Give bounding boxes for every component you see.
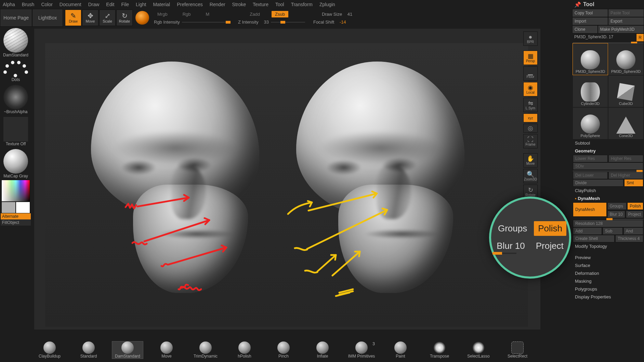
section-geometry[interactable]: Geometry xyxy=(572,147,644,155)
lightbox-button[interactable]: LightBox xyxy=(32,9,63,27)
section-masking[interactable]: Masking xyxy=(572,277,644,285)
thickness-slider[interactable]: Thickness 4 xyxy=(615,235,643,242)
solo-toggle[interactable]: ◎ xyxy=(523,124,538,133)
alternate-button[interactable]: Alternate xyxy=(1,213,31,219)
floor-toggle[interactable]: ▁Floor xyxy=(523,66,538,81)
lower-res-button[interactable]: Lower Res xyxy=(573,155,608,162)
menu-texture[interactable]: Texture xyxy=(253,2,268,7)
menu-transform[interactable]: Transform xyxy=(291,2,313,7)
make-polymesh-button[interactable]: Make PolyMesh3D xyxy=(598,25,644,33)
texture-picker[interactable]: Texture Off xyxy=(1,116,31,148)
mrgb-toggle[interactable]: Mrgb xyxy=(154,11,171,17)
fillobject-button[interactable]: FillObject xyxy=(1,219,31,226)
clone-button[interactable]: Clone xyxy=(572,25,598,33)
focal-shift-slider[interactable]: Focal Shift -14 xyxy=(313,19,346,25)
polish-toggle[interactable]: Polish xyxy=(627,202,643,210)
tool-item-0[interactable]: PM3D_Sphere3D xyxy=(573,43,608,75)
mode-draw[interactable]: ✎Draw xyxy=(65,10,81,26)
dynamesh-button[interactable]: DynaMesh xyxy=(573,202,607,217)
shelf-selectlasso[interactable]: SelectLasso xyxy=(463,341,494,359)
menu-brush[interactable]: Brush xyxy=(22,2,35,7)
local-toggle[interactable]: ◉Local xyxy=(523,82,538,96)
section-displayprops[interactable]: Display Properties xyxy=(572,293,644,301)
alpha-picker[interactable]: ~BrushAlpha xyxy=(1,83,31,116)
sdiv-slider[interactable]: SDiv xyxy=(573,162,643,170)
shelf-pinch[interactable]: Pinch xyxy=(268,341,299,359)
move-view[interactable]: ✋Move xyxy=(523,153,538,167)
shelf-immprimitives[interactable]: 3IMM Primitives xyxy=(346,341,377,359)
swatch-pair[interactable] xyxy=(1,202,30,213)
create-shell-button[interactable]: Create Shell xyxy=(573,235,615,242)
draw-size-slider[interactable]: Draw Size 41 xyxy=(322,12,352,17)
mode-rotate[interactable]: ↻Rotate xyxy=(116,10,133,26)
menu-stroke[interactable]: Stroke xyxy=(232,2,246,7)
add-button[interactable]: Add xyxy=(573,227,602,235)
shelf-damstandard[interactable]: DamStandard xyxy=(112,341,143,359)
m-toggle[interactable]: M xyxy=(202,11,213,17)
mode-scale[interactable]: ⤢Scale xyxy=(99,10,116,26)
menu-draw[interactable]: Draw xyxy=(88,2,100,7)
menu-edit[interactable]: Edit xyxy=(106,2,114,7)
rgb-toggle[interactable]: Rgb xyxy=(179,11,194,17)
rgb-intensity-slider[interactable]: Rgb Intensity xyxy=(154,19,230,25)
zadd-toggle[interactable]: Zadd xyxy=(246,11,263,17)
import-button[interactable]: Import xyxy=(572,17,608,25)
blur-slider[interactable]: Blur 10 xyxy=(607,211,625,218)
menu-file[interactable]: File xyxy=(121,2,129,7)
bpr-button[interactable]: ●BPR xyxy=(523,31,538,46)
groups-toggle[interactable]: Groups xyxy=(607,202,627,210)
canvas[interactable] xyxy=(45,43,528,327)
shelf-paint[interactable]: Paint xyxy=(385,341,416,359)
shelf-standard[interactable]: Standard xyxy=(73,341,104,359)
tool-item-5[interactable]: Cone3D xyxy=(608,108,643,139)
r-toggle[interactable]: R xyxy=(636,33,644,42)
zsub-toggle[interactable]: Zsub xyxy=(272,11,288,17)
stroke-picker[interactable]: Dots xyxy=(1,59,31,83)
section-preview[interactable]: Preview xyxy=(572,254,644,262)
section-surface[interactable]: Surface xyxy=(572,262,644,269)
project-toggle[interactable]: Project xyxy=(626,211,643,218)
higher-res-button[interactable]: Higher Res xyxy=(608,155,643,162)
menu-document[interactable]: Document xyxy=(60,2,81,7)
section-claypolish[interactable]: ClayPolish xyxy=(572,187,644,195)
color-picker[interactable] xyxy=(1,180,30,202)
sub-button[interactable]: Sub xyxy=(603,227,622,235)
xyz-toggle[interactable]: xyz xyxy=(523,113,538,122)
section-subtool[interactable]: Subtool xyxy=(572,139,644,147)
frame-button[interactable]: ⛶Frame xyxy=(523,134,538,148)
smt-toggle[interactable]: Smt xyxy=(624,179,643,187)
section-dynamesh[interactable]: DynaMesh xyxy=(572,195,644,202)
del-lower-button[interactable]: Del Lower xyxy=(573,172,608,179)
tool-item-4[interactable]: PolySphere xyxy=(573,108,608,139)
brush-picker[interactable]: DamStandard xyxy=(1,27,31,59)
mode-move[interactable]: ✥Move xyxy=(82,10,98,26)
shelf-move[interactable]: Move xyxy=(151,341,182,359)
viewport[interactable]: ●BPR ▦Persp ▁Floor ◉Local ⇋L.Sym xyz ◎ ⛶… xyxy=(34,29,540,330)
menu-preferences[interactable]: Preferences xyxy=(177,2,202,7)
menu-tool[interactable]: Tool xyxy=(275,2,284,7)
tool-item-1[interactable]: PM3D_Sphere3D xyxy=(608,43,643,75)
and-button[interactable]: And xyxy=(623,227,643,235)
export-button[interactable]: Export xyxy=(608,17,644,25)
shelf-selectrect[interactable]: SelectRect xyxy=(502,341,533,359)
home-button[interactable]: Home Page xyxy=(0,9,32,27)
paste-tool-button[interactable]: Paste Tool xyxy=(608,9,644,17)
copy-tool-button[interactable]: Copy Tool xyxy=(572,9,608,17)
shelf-inflate[interactable]: Inflate xyxy=(307,341,338,359)
z-intensity-slider[interactable]: Z Intensity 33 xyxy=(238,19,305,25)
menu-color[interactable]: Color xyxy=(41,2,52,7)
shelf-claybuildup[interactable]: ClayBuildup xyxy=(34,341,65,359)
shelf-transpose[interactable]: Transpose xyxy=(424,341,455,359)
lsym-toggle[interactable]: ⇋L.Sym xyxy=(523,98,538,112)
persp-toggle[interactable]: ▦Persp xyxy=(523,51,538,65)
menu-light[interactable]: Light xyxy=(136,2,146,7)
menu-material[interactable]: Material xyxy=(153,2,170,7)
matcap-picker[interactable]: MatCap Gray xyxy=(1,148,31,180)
menu-zplugin[interactable]: Zplugin xyxy=(319,2,335,7)
menu-alpha[interactable]: Alpha xyxy=(3,2,15,7)
section-modifytopology[interactable]: Modify Topology xyxy=(572,242,644,250)
divide-button[interactable]: Divide xyxy=(573,179,623,187)
resolution-slider[interactable]: Resolution 128 xyxy=(573,220,643,227)
section-deformation[interactable]: Deformation xyxy=(572,269,644,277)
shelf-hpolish[interactable]: hPolish xyxy=(229,341,260,359)
